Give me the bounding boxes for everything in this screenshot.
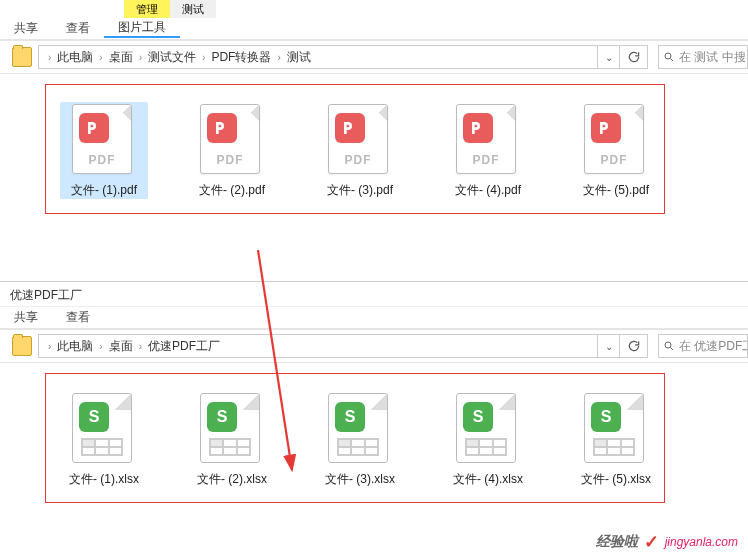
crumb[interactable]: 桌面 [106,338,136,355]
file-item[interactable]: S 文件- (4).xlsx [444,393,532,488]
file-item[interactable]: S 文件- (2).xlsx [188,393,276,488]
refresh-button[interactable] [620,45,648,69]
file-name: 文件- (3).xlsx [325,471,395,488]
search-placeholder: 在 优速PDF工 [679,338,748,355]
tab-view[interactable]: 查看 [52,309,104,326]
pdf-icon: PDF [584,104,644,174]
folder-icon[interactable] [12,47,32,67]
explorer-window-bottom: 优速PDF工厂 共享 查看 › 此电脑 › 桌面 › 优速PDF工厂 ⌄ 在 优… [0,283,748,559]
watermark-text: 经验啦 [596,533,638,551]
watermark-url: jingyanla.com [665,535,738,549]
file-item[interactable]: PDF 文件- (4).pdf [444,104,532,199]
window-title: 优速PDF工厂 [0,283,748,307]
pdf-icon: PDF [328,104,388,174]
pdf-icon: PDF [456,104,516,174]
svg-line-1 [671,59,674,62]
tab-view[interactable]: 查看 [52,20,104,37]
xlsx-icon: S [584,393,644,463]
ribbon-folder-name: 测试 [170,0,216,18]
pdf-icon: PDF [200,104,260,174]
file-name: 文件- (2).pdf [199,182,265,199]
file-name: 文件- (1).pdf [71,182,137,199]
refresh-icon [627,50,641,64]
watermark: 经验啦 ✓ jingyanla.com [596,531,738,553]
crumb[interactable]: 此电脑 [54,338,96,355]
file-name: 文件- (2).xlsx [197,471,267,488]
search-icon [663,51,675,63]
file-name: 文件- (3).pdf [327,182,393,199]
search-input[interactable]: 在 测试 中搜 [658,45,748,69]
chevron-right-icon: › [274,52,283,63]
chevron-right-icon: › [136,341,145,352]
tab-share[interactable]: 共享 [0,309,52,326]
file-name: 文件- (1).xlsx [69,471,139,488]
chevron-right-icon: › [199,52,208,63]
chevron-right-icon: › [96,52,105,63]
chevron-right-icon: › [45,341,54,352]
search-icon [663,340,675,352]
tab-image-tools[interactable]: 图片工具 [104,19,180,38]
breadcrumb-dropdown[interactable]: ⌄ [598,45,620,69]
folder-icon[interactable] [12,336,32,356]
address-bar: › 此电脑 › 桌面 › 测试文件 › PDF转换器 › 测试 ⌄ 在 测试 中… [0,40,748,74]
breadcrumb-dropdown[interactable]: ⌄ [598,334,620,358]
crumb[interactable]: 桌面 [106,49,136,66]
file-item[interactable]: PDF 文件- (3).pdf [316,104,404,199]
breadcrumb[interactable]: › 此电脑 › 桌面 › 优速PDF工厂 [38,334,598,358]
file-item[interactable]: S 文件- (1).xlsx [60,393,148,488]
search-input[interactable]: 在 优速PDF工 [658,334,748,358]
file-name: 文件- (5).pdf [583,182,649,199]
file-item[interactable]: S 文件- (5).xlsx [572,393,660,488]
xlsx-icon: S [72,393,132,463]
check-icon: ✓ [644,531,659,553]
ribbon-tabs: 共享 查看 图片工具 [0,18,748,40]
ribbon-tabs: 共享 查看 [0,307,748,329]
refresh-icon [627,339,641,353]
file-name: 文件- (5).xlsx [581,471,651,488]
tab-share[interactable]: 共享 [0,20,52,37]
file-item[interactable]: PDF 文件- (5).pdf [572,104,660,199]
crumb[interactable]: 优速PDF工厂 [145,338,223,355]
search-placeholder: 在 测试 中搜 [679,49,746,66]
xlsx-icon: S [328,393,388,463]
crumb[interactable]: 测试 [284,49,314,66]
svg-line-3 [671,348,674,351]
file-item[interactable]: PDF 文件- (1).pdf [60,102,148,199]
explorer-window-top: 管理 测试 共享 查看 图片工具 › 此电脑 › 桌面 › 测试文件 › PDF… [0,0,748,282]
xlsx-icon: S [456,393,516,463]
svg-point-2 [665,342,671,348]
file-item[interactable]: PDF 文件- (2).pdf [188,104,276,199]
ribbon-context-tabs: 管理 测试 [0,0,748,18]
file-item[interactable]: S 文件- (3).xlsx [316,393,404,488]
chevron-right-icon: › [96,341,105,352]
file-list-area[interactable]: PDF 文件- (1).pdf PDF 文件- (2).pdf PDF 文件- … [0,74,748,219]
file-list-area[interactable]: S 文件- (1).xlsx S 文件- (2).xlsx S 文件- (3).… [0,363,748,508]
xlsx-icon: S [200,393,260,463]
pdf-icon: PDF [72,104,132,174]
crumb[interactable]: 测试文件 [145,49,199,66]
file-name: 文件- (4).pdf [455,182,521,199]
crumb[interactable]: PDF转换器 [208,49,274,66]
breadcrumb[interactable]: › 此电脑 › 桌面 › 测试文件 › PDF转换器 › 测试 [38,45,598,69]
file-name: 文件- (4).xlsx [453,471,523,488]
address-bar: › 此电脑 › 桌面 › 优速PDF工厂 ⌄ 在 优速PDF工 [0,329,748,363]
chevron-right-icon: › [45,52,54,63]
svg-point-0 [665,53,671,59]
ribbon-context-label[interactable]: 管理 [124,0,170,18]
chevron-right-icon: › [136,52,145,63]
crumb[interactable]: 此电脑 [54,49,96,66]
refresh-button[interactable] [620,334,648,358]
